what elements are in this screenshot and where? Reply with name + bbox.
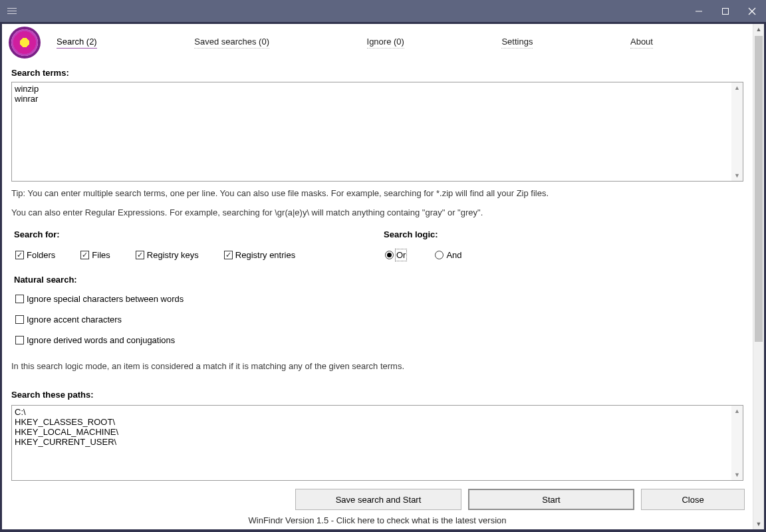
content: Search (2) Saved searches (0) Ignore (0)…: [2, 24, 764, 529]
checkbox-files[interactable]: Files: [80, 250, 110, 260]
search-terms-value: winzip winrar: [15, 84, 39, 104]
menu-button[interactable]: [2, 1, 22, 21]
tab-saved-searches[interactable]: Saved searches (0): [194, 37, 269, 49]
checkbox-ignore-accent[interactable]: Ignore accent characters: [15, 315, 743, 325]
radio-icon: [385, 251, 394, 259]
textarea-scrollbar[interactable]: ▲ ▼: [731, 406, 743, 480]
search-for-label: Search for:: [11, 229, 381, 239]
search-logic-label: Search logic:: [381, 229, 743, 239]
tip-line-2: You can also enter Regular Expressions. …: [11, 207, 743, 217]
radio-icon: [435, 251, 444, 259]
tab-search[interactable]: Search (2): [57, 37, 97, 49]
scroll-up-icon: ▲: [731, 406, 743, 416]
checkbox-registry-entries[interactable]: Registry entries: [224, 250, 295, 260]
tip-line-1: Tip: You can enter multiple search terms…: [11, 188, 743, 198]
search-paths-wrap: C:\ HKEY_CLASSES_ROOT\ HKEY_LOCAL_MACHIN…: [11, 405, 743, 481]
minimize-button[interactable]: [687, 1, 711, 21]
checkbox-label: Registry entries: [235, 250, 295, 260]
app-logo: [11, 29, 38, 56]
checkbox-folders[interactable]: Folders: [15, 250, 55, 260]
checkbox-icon: [15, 315, 24, 324]
close-button[interactable]: Close: [641, 489, 745, 510]
scroll-down-icon: ▼: [731, 469, 743, 480]
checkbox-label: Ignore derived words and conjugations: [27, 335, 175, 345]
header: Search (2) Saved searches (0) Ignore (0)…: [2, 24, 753, 61]
footer-buttons: Save search and Start Start Close: [2, 484, 753, 513]
textarea-scrollbar[interactable]: ▲ ▼: [731, 82, 743, 181]
checkbox-registry-keys[interactable]: Registry keys: [136, 250, 199, 260]
page-scrollbar[interactable]: ▲ ▼: [753, 24, 764, 529]
search-paths-value: C:\ HKEY_CLASSES_ROOT\ HKEY_LOCAL_MACHIN…: [15, 407, 118, 447]
close-window-button[interactable]: [740, 1, 764, 21]
start-button[interactable]: Start: [468, 489, 634, 510]
checkbox-ignore-special[interactable]: Ignore special characters between words: [15, 294, 743, 304]
page-body: Search terms: winzip winrar ▲ ▼ Tip: You…: [2, 61, 753, 484]
version-link[interactable]: WinFindr Version 1.5 - Click here to che…: [2, 513, 753, 529]
checkbox-label: Folders: [27, 250, 55, 260]
scrollbar-thumb[interactable]: [755, 36, 763, 342]
checkbox-icon: [15, 295, 24, 303]
radio-and[interactable]: And: [435, 250, 461, 260]
natural-search-section: Natural search: Ignore special character…: [11, 275, 743, 345]
checkbox-label: Ignore accent characters: [27, 315, 122, 325]
tab-ignore[interactable]: Ignore (0): [367, 37, 404, 49]
natural-search-label: Natural search:: [14, 275, 743, 285]
scroll-down-icon: ▼: [753, 519, 764, 529]
search-logic-options: Or And: [381, 250, 743, 260]
radio-label: Or: [396, 250, 406, 260]
tab-settings[interactable]: Settings: [501, 37, 533, 49]
options-row: Search for: Folders Files Registry keys …: [11, 229, 743, 260]
search-terms-input[interactable]: winzip winrar ▲ ▼: [11, 82, 743, 182]
hamburger-icon: [7, 8, 17, 14]
search-terms-label: Search terms:: [11, 68, 743, 78]
radio-label: And: [446, 250, 461, 260]
checkbox-icon: [80, 251, 89, 259]
radio-or[interactable]: Or: [385, 250, 406, 260]
search-terms-wrap: winzip winrar ▲ ▼: [11, 82, 743, 182]
checkbox-label: Files: [92, 250, 110, 260]
save-search-and-start-button[interactable]: Save search and Start: [295, 489, 461, 510]
checkbox-label: Ignore special characters between words: [27, 294, 184, 304]
search-for-options: Folders Files Registry keys Registry ent…: [11, 250, 381, 260]
scroll-up-icon: ▲: [731, 82, 743, 93]
window-controls: [687, 1, 764, 21]
title-bar: [0, 0, 766, 22]
maximize-button[interactable]: [713, 1, 737, 21]
tab-bar: Search (2) Saved searches (0) Ignore (0)…: [57, 37, 653, 49]
checkbox-icon: [15, 251, 24, 259]
search-paths-input[interactable]: C:\ HKEY_CLASSES_ROOT\ HKEY_LOCAL_MACHIN…: [11, 405, 743, 481]
checkbox-ignore-derived[interactable]: Ignore derived words and conjugations: [15, 335, 743, 345]
search-paths-label: Search these paths:: [11, 390, 743, 400]
logic-note: In this search logic mode, an item is co…: [11, 361, 743, 371]
checkbox-label: Registry keys: [147, 250, 199, 260]
scroll-down-icon: ▼: [731, 170, 743, 181]
checkbox-icon: [224, 251, 233, 259]
scroll-up-icon: ▲: [753, 24, 764, 35]
tab-about[interactable]: About: [630, 37, 653, 49]
svg-rect-1: [723, 8, 729, 14]
checkbox-icon: [136, 251, 144, 259]
checkbox-icon: [15, 336, 24, 344]
